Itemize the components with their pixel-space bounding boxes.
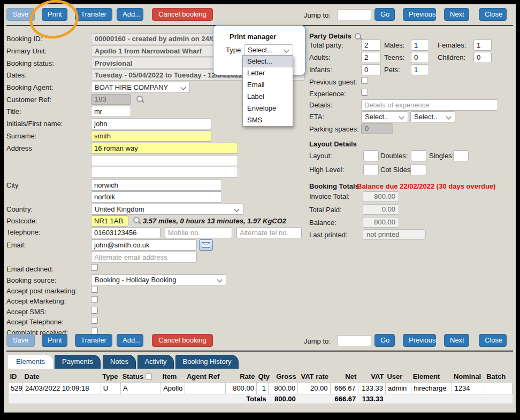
save-button[interactable]: Save bbox=[6, 8, 35, 21]
eta-hour-select[interactable]: Select.. bbox=[361, 111, 408, 122]
status-select-all-checkbox[interactable] bbox=[146, 374, 152, 380]
previous-guest-label: Previous guest: bbox=[309, 78, 357, 86]
dropdown-option-select[interactable]: Select... bbox=[243, 56, 293, 67]
address2-field[interactable] bbox=[91, 155, 238, 166]
dropdown-option-sms[interactable]: SMS bbox=[243, 114, 293, 126]
cancel-booking-button-bottom[interactable]: Cancel booking bbox=[152, 334, 213, 347]
total-party-label: Total party: bbox=[309, 41, 343, 49]
singles-field[interactable] bbox=[453, 150, 469, 161]
dropdown-option-label[interactable]: Label bbox=[243, 91, 293, 103]
layout-label: Layout: bbox=[309, 152, 332, 160]
title-field[interactable] bbox=[91, 106, 131, 117]
close-button-bottom[interactable]: Close bbox=[479, 334, 507, 347]
layout-field[interactable] bbox=[363, 150, 379, 161]
print-type-label: Type: bbox=[226, 46, 243, 54]
infants-field[interactable] bbox=[361, 64, 381, 75]
high-level-field[interactable] bbox=[363, 164, 379, 175]
cancel-booking-button[interactable]: Cancel booking bbox=[152, 8, 213, 21]
alt-telephone-field[interactable] bbox=[236, 227, 302, 238]
cot-sides-field[interactable] bbox=[410, 164, 426, 175]
previous-guest-checkbox[interactable] bbox=[361, 77, 368, 84]
party-details-header: Party Details bbox=[309, 32, 351, 40]
postcode-search-icon[interactable] bbox=[133, 217, 141, 224]
col-gross: Gross bbox=[269, 371, 298, 382]
country-label: Country: bbox=[6, 205, 33, 213]
invoice-total-label: Invoice Total: bbox=[309, 192, 350, 200]
invoice-total-field: 800.00 bbox=[363, 191, 399, 202]
go-button-bottom[interactable]: Go bbox=[374, 334, 395, 347]
jump-to-input-bottom[interactable] bbox=[337, 335, 371, 346]
parking-spaces-field: 0 bbox=[361, 123, 393, 134]
customer-ref-search-icon[interactable] bbox=[136, 96, 144, 103]
children-field[interactable] bbox=[473, 52, 492, 63]
close-button[interactable]: Close bbox=[479, 8, 507, 21]
previous-button[interactable]: Previous bbox=[403, 8, 436, 21]
county-field[interactable] bbox=[91, 191, 222, 203]
males-field[interactable] bbox=[411, 40, 429, 51]
add-button[interactable]: Add... bbox=[117, 8, 143, 21]
table-row[interactable]: 529 24/03/2022 10:09:18 U A Apollo 800.0… bbox=[9, 382, 513, 394]
parking-spaces-label: Parking spaces: bbox=[309, 125, 359, 133]
address1-field[interactable] bbox=[91, 143, 238, 154]
accept-post-checkbox[interactable] bbox=[91, 286, 98, 293]
go-button[interactable]: Go bbox=[374, 8, 395, 21]
doubles-field[interactable] bbox=[411, 150, 426, 161]
females-field[interactable] bbox=[473, 40, 492, 51]
postcode-label: Postcode: bbox=[6, 217, 37, 225]
pets-field[interactable] bbox=[411, 64, 429, 75]
email-field[interactable] bbox=[91, 239, 197, 251]
cot-sides-label: Cot Sides: bbox=[380, 166, 412, 174]
next-button-bottom[interactable]: Next bbox=[444, 334, 469, 347]
tab-booking-history[interactable]: Booking History bbox=[175, 355, 239, 369]
telephone-field[interactable] bbox=[91, 227, 160, 238]
tab-notes[interactable]: Notes bbox=[103, 355, 136, 369]
mobile-field[interactable] bbox=[165, 227, 232, 238]
col-agent-ref: Agent Ref bbox=[185, 371, 225, 382]
jump-to-input[interactable] bbox=[337, 9, 371, 20]
accept-sms-checkbox[interactable] bbox=[91, 307, 98, 314]
alt-email-field[interactable] bbox=[91, 252, 197, 263]
dropdown-option-letter[interactable]: Letter bbox=[243, 67, 293, 79]
adults-field[interactable] bbox=[361, 52, 381, 63]
city-field[interactable] bbox=[91, 180, 222, 191]
col-net: Net bbox=[330, 371, 358, 382]
accept-telephone-checkbox[interactable] bbox=[91, 317, 98, 324]
eta-minute-select[interactable]: Select.. bbox=[410, 111, 455, 122]
first-name-label: Initials/First name: bbox=[6, 120, 63, 128]
booking-id-label: Booking ID: bbox=[6, 35, 42, 43]
surname-field[interactable] bbox=[91, 130, 211, 142]
tab-payments[interactable]: Payments bbox=[55, 355, 101, 369]
first-name-field[interactable] bbox=[91, 118, 211, 129]
envelope-icon bbox=[202, 242, 210, 248]
print-type-select[interactable]: Select... bbox=[244, 44, 293, 56]
email-declined-checkbox[interactable] bbox=[91, 264, 98, 271]
booking-source-select[interactable]: Booking - Holiday Booking bbox=[91, 274, 226, 285]
save-button-bottom[interactable]: Save bbox=[6, 334, 35, 347]
experience-checkbox[interactable] bbox=[361, 89, 368, 96]
dropdown-option-envelope[interactable]: Envelope bbox=[243, 103, 293, 114]
bottom-separator bbox=[6, 351, 513, 352]
postcode-field[interactable] bbox=[91, 215, 128, 227]
col-id: ID bbox=[9, 371, 23, 382]
country-select[interactable]: United Kingdom bbox=[91, 204, 243, 215]
dropdown-option-email[interactable]: Email bbox=[243, 79, 293, 91]
teens-field[interactable] bbox=[411, 52, 429, 63]
send-email-button[interactable] bbox=[199, 239, 213, 251]
add-button-bottom[interactable]: Add... bbox=[117, 334, 143, 347]
booking-source-label: Booking source: bbox=[6, 276, 56, 284]
total-party-field[interactable] bbox=[361, 40, 381, 51]
tab-elements[interactable]: Elements bbox=[8, 355, 53, 369]
previous-button-bottom[interactable]: Previous bbox=[403, 334, 436, 347]
tab-activity[interactable]: Activity bbox=[137, 355, 174, 369]
booking-agent-select[interactable]: BOAT HIRE COMPANY bbox=[91, 82, 190, 93]
details-label: Details: bbox=[309, 101, 332, 109]
accept-emarketing-checkbox[interactable] bbox=[91, 296, 98, 303]
details-field[interactable] bbox=[361, 99, 498, 111]
print-button-bottom[interactable]: Print bbox=[42, 334, 67, 347]
transfer-button-bottom[interactable]: Transfer bbox=[75, 334, 112, 347]
address3-field[interactable] bbox=[91, 167, 238, 178]
next-button[interactable]: Next bbox=[444, 8, 469, 21]
totals-net: 666.67 bbox=[330, 394, 358, 403]
print-button[interactable]: Print bbox=[42, 8, 67, 21]
transfer-button[interactable]: Transfer bbox=[75, 8, 112, 21]
